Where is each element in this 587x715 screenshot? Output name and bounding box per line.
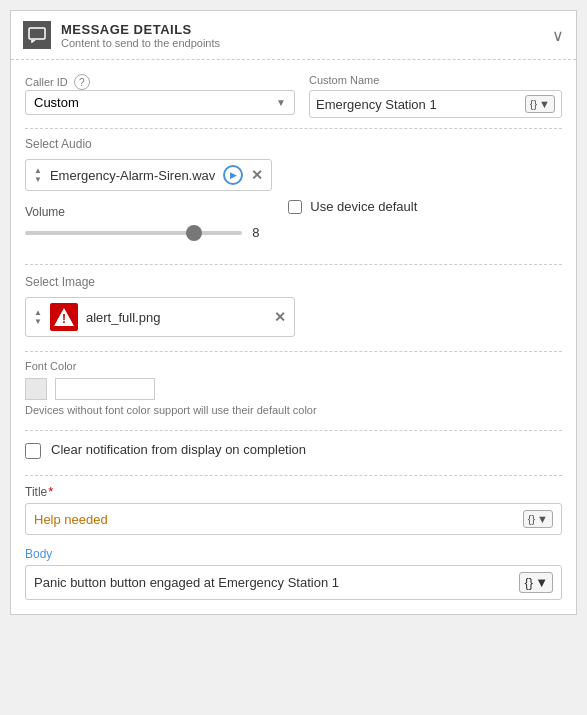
dropdown-arrow-icon: ▼ xyxy=(276,97,286,108)
panel-body: Caller ID ? Custom ▼ Custom Name {} ▼ xyxy=(11,60,576,614)
image-remove-button[interactable]: ✕ xyxy=(274,309,286,325)
image-sort-arrows[interactable]: ▲ ▼ xyxy=(34,309,42,326)
collapse-button[interactable]: ∨ xyxy=(552,26,564,45)
audio-section-label: Select Audio xyxy=(25,137,562,151)
img-arrow-down-icon: ▼ xyxy=(34,318,42,326)
custom-name-input[interactable] xyxy=(316,97,525,112)
body-field[interactable]: Panic button button engaged at Emergency… xyxy=(25,565,562,600)
required-indicator: * xyxy=(48,484,53,499)
audio-remove-button[interactable]: ✕ xyxy=(251,167,263,183)
volume-section: Volume 8 xyxy=(25,205,272,240)
divider-2 xyxy=(25,264,562,265)
caller-id-group: Caller ID ? Custom ▼ xyxy=(25,74,295,118)
image-file-row: ▲ ▼ ! alert_full.png ✕ xyxy=(25,297,295,337)
clear-notification-row: Clear notification from display on compl… xyxy=(25,441,562,459)
use-default-label: Use device default xyxy=(310,199,417,214)
image-section-label: Select Image xyxy=(25,275,562,289)
message-details-panel: MESSAGE DETAILS Content to send to the e… xyxy=(10,10,577,615)
image-thumbnail: ! xyxy=(50,303,78,331)
color-input[interactable] xyxy=(55,378,155,400)
message-icon xyxy=(23,21,51,49)
volume-label: Volume xyxy=(25,205,272,219)
color-swatch[interactable] xyxy=(25,378,47,400)
audio-sort-arrows[interactable]: ▲ ▼ xyxy=(34,167,42,184)
custom-name-group: Custom Name {} ▼ xyxy=(309,74,562,118)
arrow-up-icon: ▲ xyxy=(34,167,42,175)
title-braces-icon: {} xyxy=(528,513,535,525)
svg-text:!: ! xyxy=(62,312,66,326)
title-field[interactable]: {} ▼ xyxy=(25,503,562,535)
title-label-row: Title * xyxy=(25,484,562,499)
font-color-row xyxy=(25,378,562,400)
header-left: MESSAGE DETAILS Content to send to the e… xyxy=(23,21,220,49)
body-braces-button[interactable]: {} ▼ xyxy=(519,572,553,593)
clear-notification-label: Clear notification from display on compl… xyxy=(51,441,306,459)
image-filename: alert_full.png xyxy=(86,310,266,325)
body-braces-arrow-icon: ▼ xyxy=(535,575,548,590)
caller-id-value: Custom xyxy=(34,95,79,110)
arrow-down-icon: ▼ xyxy=(34,176,42,184)
header-text: MESSAGE DETAILS Content to send to the e… xyxy=(61,22,220,49)
divider-5 xyxy=(25,475,562,476)
caller-custom-row: Caller ID ? Custom ▼ Custom Name {} ▼ xyxy=(25,74,562,118)
volume-slider[interactable] xyxy=(25,231,242,235)
custom-name-label: Custom Name xyxy=(309,74,562,86)
use-default-checkbox[interactable] xyxy=(288,200,302,214)
caller-id-label-row: Caller ID ? xyxy=(25,74,295,90)
body-label: Body xyxy=(25,547,562,561)
font-color-hint: Devices without font color support will … xyxy=(25,404,562,416)
volume-value: 8 xyxy=(252,225,272,240)
use-default-group: Use device default xyxy=(288,159,417,214)
title-braces-button[interactable]: {} ▼ xyxy=(523,510,553,528)
font-color-section: Font Color Devices without font color su… xyxy=(25,360,562,416)
divider-4 xyxy=(25,430,562,431)
audio-filename: Emergency-Alarm-Siren.wav xyxy=(50,168,215,183)
title-section: Title * {} ▼ xyxy=(25,484,562,535)
alert-triangle-icon: ! xyxy=(53,306,75,328)
volume-slider-row: 8 xyxy=(25,225,272,240)
divider-3 xyxy=(25,351,562,352)
body-value: Panic button button engaged at Emergency… xyxy=(34,575,519,590)
title-label: Title xyxy=(25,485,47,499)
img-arrow-up-icon: ▲ xyxy=(34,309,42,317)
body-section: Body Panic button button engaged at Emer… xyxy=(25,547,562,600)
play-button[interactable]: ▶ xyxy=(223,165,243,185)
svg-rect-0 xyxy=(29,28,45,39)
title-braces-arrow-icon: ▼ xyxy=(537,513,548,525)
caller-id-dropdown[interactable]: Custom ▼ xyxy=(25,90,295,115)
audio-file-row: ▲ ▼ Emergency-Alarm-Siren.wav ▶ ✕ xyxy=(25,159,272,191)
font-color-label: Font Color xyxy=(25,360,562,372)
divider-1 xyxy=(25,128,562,129)
header-title: MESSAGE DETAILS xyxy=(61,22,220,37)
body-braces-icon: {} xyxy=(524,575,533,590)
custom-name-field[interactable]: {} ▼ xyxy=(309,90,562,118)
clear-notification-checkbox[interactable] xyxy=(25,443,41,459)
panel-header: MESSAGE DETAILS Content to send to the e… xyxy=(11,11,576,60)
header-subtitle: Content to send to the endpoints xyxy=(61,37,220,49)
braces-arrow-icon: ▼ xyxy=(539,98,550,110)
audio-section: Select Audio ▲ ▼ Emergency-Alarm-Siren.w… xyxy=(25,137,562,256)
image-section: Select Image ▲ ▼ ! alert_full.png xyxy=(25,275,562,337)
title-input[interactable] xyxy=(34,512,523,527)
help-icon[interactable]: ? xyxy=(74,74,90,90)
caller-id-label: Caller ID xyxy=(25,76,68,88)
braces-icon: {} xyxy=(530,98,537,110)
braces-button[interactable]: {} ▼ xyxy=(525,95,555,113)
